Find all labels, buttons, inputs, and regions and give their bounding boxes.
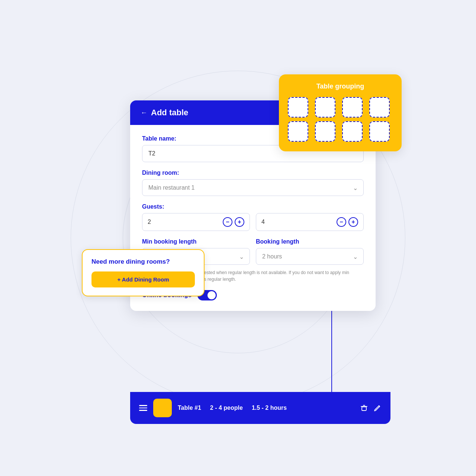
guests-min-increment[interactable]: + (235, 217, 244, 227)
table-cell[interactable] (315, 121, 335, 142)
table-cell[interactable] (288, 97, 308, 118)
booking-length-select-wrapper: 1 hour 1.5 hours 2 hours 2.5 hours 3 hou… (256, 248, 364, 265)
guests-min-value: 2 (148, 219, 151, 225)
bottom-bar-actions (360, 404, 382, 412)
guests-min-controls: − + (223, 217, 244, 227)
table-grid (288, 97, 393, 142)
pencil-icon (373, 404, 382, 412)
table-grouping-card: Table grouping (279, 74, 402, 151)
booking-length-col: Booking length 1 hour 1.5 hours 2 hours … (256, 238, 364, 265)
table-shape-icon (156, 402, 169, 414)
toggle-knob (208, 291, 216, 299)
trash-icon (360, 404, 368, 412)
guests-max-increment[interactable]: + (348, 217, 358, 227)
bottom-bar-people: 2 - 4 people (210, 405, 243, 411)
card-title: Add table (151, 108, 188, 118)
menu-line-1 (139, 405, 147, 406)
menu-line-3 (139, 410, 147, 411)
table-cell[interactable] (342, 97, 363, 118)
delete-button[interactable] (360, 404, 368, 412)
guests-max-decrement[interactable]: − (337, 217, 346, 227)
guests-label: Guests: (142, 203, 364, 210)
table-icon (153, 399, 172, 417)
table-cell[interactable] (288, 121, 308, 142)
scene: Table grouping ← Add table Table name: D… (71, 52, 405, 424)
dining-room-select-wrapper: Main restaurant 1 ⌄ (142, 179, 364, 196)
add-dining-room-button[interactable]: + Add Dining Room (91, 271, 195, 287)
bottom-bar: Table #1 2 - 4 people 1.5 - 2 hours (130, 392, 390, 424)
dining-room-label: Dining room: (142, 170, 364, 176)
guests-max-controls: − + (337, 217, 358, 227)
guests-min-decrement[interactable]: − (223, 217, 232, 227)
table-cell[interactable] (342, 121, 363, 142)
table-cell[interactable] (315, 97, 335, 118)
bottom-bar-info: Table #1 2 - 4 people 1.5 - 2 hours (178, 405, 354, 411)
svg-rect-1 (158, 403, 167, 412)
table-cell[interactable] (369, 97, 390, 118)
bottom-bar-time: 1.5 - 2 hours (252, 405, 287, 411)
menu-line-2 (139, 408, 147, 409)
dining-room-select[interactable]: Main restaurant 1 (142, 179, 364, 196)
dining-rooms-popup-title: Need more dining rooms? (91, 258, 195, 266)
edit-button[interactable] (373, 404, 382, 412)
guests-row: 2 − + 4 − + (142, 213, 364, 231)
menu-icon[interactable] (139, 405, 147, 411)
min-booking-label: Min booking length (142, 238, 250, 245)
back-arrow-icon[interactable]: ← (141, 109, 147, 117)
bottom-bar-table-name: Table #1 (178, 405, 201, 411)
guests-min-stepper: 2 − + (142, 213, 250, 231)
guests-max-value: 4 (261, 219, 265, 225)
svg-rect-2 (362, 407, 366, 411)
dining-rooms-popup: Need more dining rooms? + Add Dining Roo… (82, 249, 205, 296)
table-cell[interactable] (369, 121, 390, 142)
booking-length-label: Booking length (256, 238, 364, 245)
table-grouping-title: Table grouping (288, 83, 393, 90)
booking-length-select[interactable]: 1 hour 1.5 hours 2 hours 2.5 hours 3 hou… (256, 248, 364, 265)
guests-max-stepper: 4 − + (256, 213, 364, 231)
